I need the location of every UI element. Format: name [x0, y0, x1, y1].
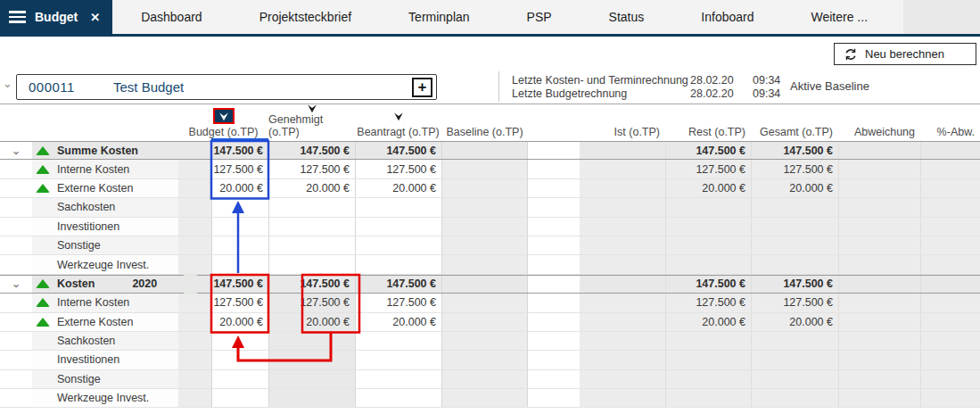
- cell-genehmigt[interactable]: 147.500 €: [268, 142, 355, 159]
- cell-budget[interactable]: [211, 236, 268, 254]
- cell-genehmigt[interactable]: [268, 255, 355, 273]
- tab-status[interactable]: Status: [581, 0, 673, 34]
- cell-budget[interactable]: 127.500 €: [211, 160, 268, 178]
- tab-dashboard[interactable]: Dashboard: [112, 0, 231, 34]
- spacer-column: [528, 236, 580, 254]
- row-label: Externe Kosten: [32, 179, 178, 197]
- cell-budget[interactable]: 127.500 €: [211, 294, 268, 311]
- column-header-baseline[interactable]: Baseline (o.TP): [441, 105, 528, 141]
- project-name: Test Budget: [113, 79, 184, 95]
- cell-budget[interactable]: [211, 198, 268, 216]
- cell-baseline: [441, 255, 528, 273]
- spacer-column: [528, 160, 580, 178]
- cell-genehmigt[interactable]: [268, 389, 355, 407]
- row-label-text: Sachkosten: [57, 201, 115, 213]
- spacer-column: [528, 332, 580, 350]
- cell-beantragt[interactable]: [355, 370, 441, 388]
- column-header-beantragt[interactable]: Beantragt (o.TP): [355, 105, 441, 141]
- tab-budget-active[interactable]: Budget ✕: [0, 0, 112, 34]
- cell-prozent-abw: [920, 370, 980, 388]
- cell-ist: [580, 218, 665, 236]
- cell-beantragt[interactable]: 147.500 €: [355, 142, 441, 159]
- tab-terminplan[interactable]: Terminplan: [380, 0, 498, 34]
- cell-budget[interactable]: [211, 351, 268, 368]
- project-selector[interactable]: 000011 Test Budget +: [16, 74, 437, 100]
- row-indent: [0, 389, 32, 407]
- cell-gesamt: 20.000 €: [751, 179, 838, 197]
- cell-beantragt[interactable]: 20.000 €: [355, 313, 441, 331]
- green-up-triangle-icon: [36, 279, 50, 288]
- budget-app-window: Budget ✕ DashboardProjektsteckbriefTermi…: [0, 0, 980, 414]
- add-button[interactable]: +: [412, 78, 432, 97]
- table-row-sonstige: Sonstige: [0, 236, 980, 255]
- gutter: [178, 198, 211, 216]
- cell-budget[interactable]: [211, 389, 268, 407]
- cell-budget[interactable]: 20.000 €: [211, 179, 268, 197]
- cell-budget[interactable]: [211, 332, 268, 350]
- column-header-genehmigt[interactable]: Genehmigt (o.TP): [268, 105, 355, 141]
- column-header-abweichung[interactable]: Abweichung: [838, 105, 920, 141]
- cell-genehmigt[interactable]: 147.500 €: [268, 276, 355, 293]
- cell-genehmigt[interactable]: [268, 218, 355, 236]
- cell-rest: [665, 198, 751, 216]
- cell-prozent-abw: [920, 332, 980, 350]
- cell-budget[interactable]: 147.500 €: [211, 276, 268, 293]
- row-indent: [0, 255, 32, 273]
- hamburger-menu-icon[interactable]: [9, 11, 26, 23]
- cell-budget[interactable]: [211, 370, 268, 388]
- cell-abweichung: [838, 389, 920, 407]
- cell-beantragt[interactable]: [355, 236, 441, 254]
- cell-budget[interactable]: [211, 218, 268, 236]
- cell-genehmigt[interactable]: [268, 332, 355, 350]
- cell-genehmigt[interactable]: 127.500 €: [268, 294, 355, 311]
- group-collapse-chevron-icon[interactable]: ⌄: [0, 276, 32, 293]
- cell-genehmigt[interactable]: [268, 370, 355, 388]
- row-label: Werkzeuge Invest.: [32, 255, 178, 273]
- column-header-rest[interactable]: Rest (o.TP): [665, 105, 751, 141]
- cell-genehmigt[interactable]: 127.500 €: [268, 160, 355, 178]
- close-tab-icon[interactable]: ✕: [90, 11, 100, 24]
- cell-budget[interactable]: 147.500 €: [211, 142, 268, 159]
- group-collapse-chevron-icon[interactable]: ⌄: [0, 142, 32, 159]
- cell-rest: [665, 389, 751, 407]
- project-collapse-chevron-icon[interactable]: ⌄: [3, 77, 12, 90]
- cell-beantragt[interactable]: [355, 218, 441, 236]
- recalculate-button[interactable]: Neu berechnen: [834, 43, 976, 65]
- row-label-text: Externe Kosten: [57, 182, 133, 195]
- column-header-budget[interactable]: Budget (o.TP): [178, 105, 268, 141]
- column-header-gesamt[interactable]: Gesamt (o.TP): [751, 105, 838, 141]
- cell-baseline: [441, 179, 528, 197]
- cell-beantragt[interactable]: [355, 332, 441, 350]
- tab-projektsteckbrief[interactable]: Projektsteckbrief: [231, 0, 380, 34]
- cell-genehmigt[interactable]: [268, 236, 355, 254]
- cell-beantragt[interactable]: 127.500 €: [355, 294, 441, 311]
- row-label-text: Investitionen: [57, 220, 119, 233]
- cell-genehmigt[interactable]: 20.000 €: [268, 179, 355, 197]
- column-header-prozent-abw[interactable]: %-Abw.: [920, 105, 980, 141]
- cell-budget[interactable]: 20.000 €: [211, 313, 268, 331]
- cell-beantragt[interactable]: [355, 351, 441, 368]
- cell-rest: [665, 218, 751, 236]
- cell-budget[interactable]: [211, 255, 268, 273]
- cell-beantragt[interactable]: 20.000 €: [355, 179, 441, 197]
- spacer-column: [528, 255, 580, 273]
- gutter: [178, 255, 211, 273]
- cell-genehmigt[interactable]: [268, 198, 355, 216]
- tab-weitere[interactable]: Weitere ...: [782, 0, 896, 34]
- column-header-ist[interactable]: Ist (o.TP): [580, 105, 665, 141]
- cell-beantragt[interactable]: [355, 389, 441, 407]
- cell-beantragt[interactable]: 127.500 €: [355, 160, 441, 178]
- cell-beantragt[interactable]: [355, 198, 441, 216]
- cell-beantragt[interactable]: [355, 255, 441, 273]
- spacer-column: [528, 370, 580, 388]
- tab-infoboard[interactable]: Infoboard: [672, 0, 782, 34]
- divider: [498, 71, 499, 102]
- cell-genehmigt[interactable]: 20.000 €: [268, 313, 355, 331]
- gutter: [178, 218, 211, 236]
- green-up-triangle-icon: [36, 165, 50, 174]
- cell-genehmigt[interactable]: [268, 351, 355, 368]
- tab-psp[interactable]: PSP: [498, 0, 581, 34]
- budget-table: ⌄Summe Kosten147.500 €147.500 €147.500 €…: [0, 141, 980, 408]
- cell-ist: [580, 179, 665, 197]
- cell-beantragt[interactable]: 147.500 €: [355, 276, 441, 293]
